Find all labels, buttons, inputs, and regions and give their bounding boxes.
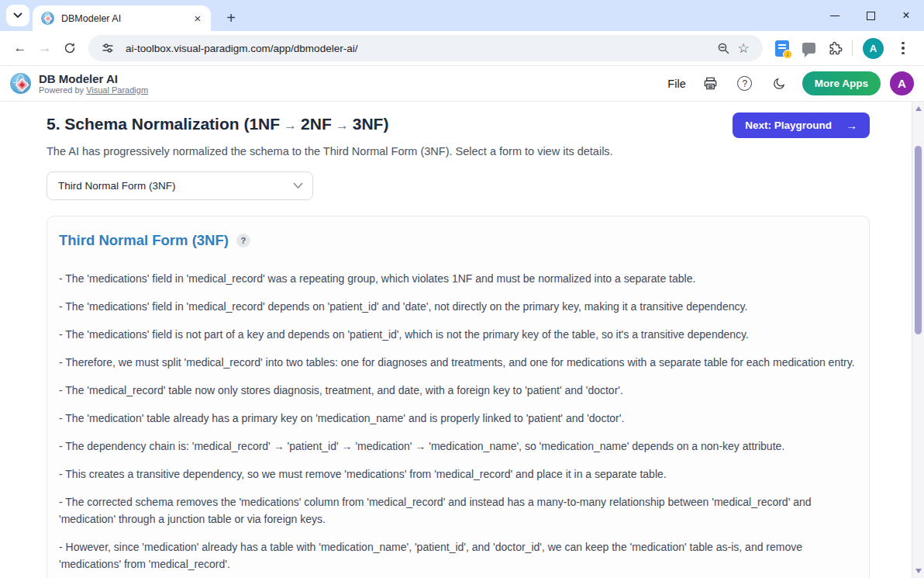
normalization-point: - The 'medical_record' table now only st… [59, 382, 857, 399]
zoom-button[interactable] [713, 38, 733, 58]
normalization-point: - Therefore, we must split 'medical_reco… [59, 354, 857, 371]
app-header: DB Modeler AI Powered by Visual Paradigm… [0, 66, 924, 102]
forward-button[interactable]: → [33, 36, 57, 61]
nf-arrow-icon: → [332, 118, 353, 133]
help-button[interactable]: ? [728, 71, 762, 96]
more-apps-button[interactable]: More Apps [802, 71, 881, 95]
toolbar-divider [852, 40, 853, 56]
browser-profile-avatar[interactable]: A [863, 38, 884, 59]
next-playground-button[interactable]: Next: Playground → [733, 112, 870, 138]
normalization-point: - The corrected schema removes the 'medi… [59, 493, 857, 528]
zoom-icon [717, 42, 730, 55]
reading-list-icon: ↓ [775, 40, 789, 57]
card-help-icon[interactable]: ? [236, 234, 250, 247]
new-tab-button[interactable]: + [220, 7, 242, 29]
browser-toolbar: ← → ai-toolbox.visual-paradigm.com/app/d… [0, 31, 924, 66]
site-info-button[interactable] [98, 38, 118, 58]
page-subtitle: The AI has progressively normalized the … [47, 145, 870, 157]
url-text: ai-toolbox.visual-paradigm.com/app/dbmod… [126, 43, 713, 54]
powered-by: Powered by Visual Paradigm [39, 85, 148, 95]
window-controls: × [817, 0, 924, 31]
address-bar[interactable]: ai-toolbox.visual-paradigm.com/app/dbmod… [88, 35, 763, 61]
dark-mode-icon [772, 77, 786, 91]
app-logo [10, 73, 32, 95]
back-button[interactable]: ← [8, 36, 33, 61]
scrollbar-down-icon[interactable] [915, 569, 922, 573]
reload-icon [64, 42, 76, 54]
normalization-point: - This creates a transitive dependency, … [59, 466, 857, 483]
tab-close-icon[interactable]: × [191, 12, 205, 26]
dark-mode-button[interactable] [762, 71, 796, 96]
app-title-block: DB Modeler AI Powered by Visual Paradigm [39, 72, 148, 95]
normalization-point: - The 'medications' field is not part of… [59, 326, 857, 343]
normalization-points: - The 'medications' field in 'medical_re… [59, 270, 857, 573]
app-header-actions: File ? More Apps A [660, 71, 914, 96]
normalization-point: - The 'medications' field in 'medical_re… [59, 298, 857, 315]
chevron-down-icon [293, 182, 303, 189]
file-menu[interactable]: File [660, 73, 693, 95]
favicon [41, 12, 54, 25]
window-titlebar: DBModeler AI × + × [0, 0, 924, 31]
nf-arrow-icon: → [280, 118, 301, 133]
card-title: Third Normal Form (3NF) [59, 232, 229, 249]
feedback-button[interactable] [795, 36, 822, 61]
window-maximize-icon [867, 12, 875, 20]
extensions-icon [828, 41, 843, 56]
window-minimize-icon [830, 16, 840, 16]
print-icon [703, 76, 718, 91]
extensions-button[interactable] [822, 36, 848, 61]
reload-button[interactable] [57, 36, 82, 61]
normalization-point: - The 'medications' field in 'medical_re… [59, 270, 857, 287]
page-scrollbar[interactable] [912, 102, 924, 578]
site-info-icon [102, 42, 114, 54]
bookmark-star-icon[interactable]: ☆ [733, 38, 753, 58]
window-maximize-button[interactable] [853, 0, 888, 31]
help-icon: ? [737, 76, 752, 91]
page-title: 5. Schema Normalization (1NF→2NF→3NF) [47, 112, 388, 137]
browser-menu-button[interactable] [890, 36, 916, 61]
page-title-row: 5. Schema Normalization (1NF→2NF→3NF) Ne… [47, 112, 870, 138]
browser-tab[interactable]: DBModeler AI × [33, 5, 211, 31]
tab-search-icon [13, 12, 22, 19]
normalization-point: - The dependency chain is: 'medical_reco… [59, 438, 857, 455]
normalization-point: - The 'medication' table already has a p… [59, 410, 857, 427]
app-name: DB Modeler AI [39, 72, 148, 85]
feedback-icon [802, 43, 815, 54]
normalization-point: - However, since 'medication' already ha… [59, 538, 857, 573]
window-close-icon: × [902, 9, 909, 22]
scrollbar-up-icon[interactable] [915, 106, 922, 111]
normal-form-dropdown[interactable]: Third Normal Form (3NF) [47, 171, 313, 200]
app-user-avatar[interactable]: A [890, 71, 914, 95]
window-close-button[interactable]: × [888, 0, 924, 31]
browser-menu-icon [902, 42, 905, 55]
window-minimize-button[interactable] [817, 0, 853, 31]
normal-form-card: Third Normal Form (3NF) ? - The 'medicat… [47, 216, 870, 578]
print-button[interactable] [694, 71, 728, 96]
reading-list-button[interactable]: ↓ [769, 36, 795, 61]
main-content: 5. Schema Normalization (1NF→2NF→3NF) Ne… [0, 102, 924, 578]
scrollbar-thumb[interactable] [915, 146, 922, 334]
visual-paradigm-link[interactable]: Visual Paradigm [86, 85, 148, 95]
right-arrow-icon: → [846, 119, 857, 132]
dropdown-value: Third Normal Form (3NF) [58, 180, 176, 192]
tab-title: DBModeler AI [61, 13, 191, 24]
tab-search-button[interactable] [6, 5, 29, 26]
card-title-row: Third Normal Form (3NF) ? [59, 232, 857, 249]
